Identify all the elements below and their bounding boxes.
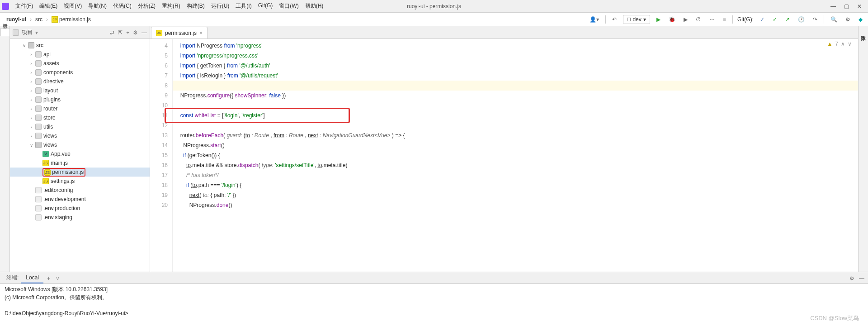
code-line[interactable]: if (getToken()) { xyxy=(173,150,858,160)
expand-icon[interactable]: › xyxy=(29,61,33,66)
database-tool-button[interactable]: 数据库 xyxy=(859,28,868,35)
tree-row[interactable]: JS permission.js xyxy=(10,168,150,177)
collapse-all-icon[interactable]: ÷ xyxy=(126,29,129,36)
menu-item[interactable]: 代码(C) xyxy=(110,1,134,11)
chevron-down-icon[interactable]: ▾ xyxy=(35,29,38,36)
tree-row[interactable]: JSsettings.js xyxy=(10,177,150,186)
expand-icon[interactable]: › xyxy=(29,125,33,129)
close-icon[interactable]: ✕ xyxy=(857,3,862,10)
menu-item[interactable]: 重构(R) xyxy=(159,1,183,11)
rollback-icon[interactable]: ↷ xyxy=(811,15,819,24)
project-tool-button[interactable]: 项目 xyxy=(0,28,9,36)
expand-icon[interactable]: › xyxy=(29,52,33,57)
tree-row[interactable]: VApp.vue xyxy=(10,149,150,158)
tree-row[interactable]: ›components xyxy=(10,68,150,77)
code-line[interactable]: next( to: { path: '/' }) xyxy=(173,190,858,200)
editor-inspections[interactable]: ▲ 7 ∧ ∨ xyxy=(827,41,852,47)
code-line[interactable]: /* has token*/ xyxy=(173,170,858,180)
code-line[interactable]: router.beforeEach( guard: (to : Route , … xyxy=(173,130,858,140)
project-tree[interactable]: ∨src›api›assets›components›directive›lay… xyxy=(10,39,150,272)
maximize-icon[interactable]: ▢ xyxy=(844,3,849,10)
ai-assistant-icon[interactable]: ◆ xyxy=(857,15,864,24)
tree-row[interactable]: .env.production xyxy=(10,204,150,213)
debug-button[interactable]: 🐞 xyxy=(667,15,677,24)
coverage-button[interactable]: ▶̤ xyxy=(682,15,689,24)
tree-row[interactable]: ›plugins xyxy=(10,95,150,104)
menu-item[interactable]: Git(G) xyxy=(255,1,276,11)
code-line[interactable]: import NProgress from 'nprogress' xyxy=(173,41,858,51)
code-line[interactable]: if (to.path === '/login') { xyxy=(173,180,858,190)
code-content[interactable]: import NProgress from 'nprogress' import… xyxy=(173,39,858,272)
expand-icon[interactable]: › xyxy=(29,134,33,139)
new-terminal-button[interactable]: + xyxy=(43,273,54,283)
stop-button[interactable]: ■ xyxy=(721,15,728,24)
menu-item[interactable]: 视图(V) xyxy=(61,1,85,11)
tree-row[interactable]: ›utils xyxy=(10,122,150,131)
code-line[interactable]: NProgress.done() xyxy=(173,200,858,210)
code-line[interactable]: import 'nprogress/nprogress.css' xyxy=(173,51,858,61)
terminal-dropdown-icon[interactable]: ∨ xyxy=(54,273,61,283)
breadcrumb-file[interactable]: JS permission.js xyxy=(49,15,94,24)
hide-panel-icon[interactable]: — xyxy=(142,29,147,36)
tree-row[interactable]: ›layout xyxy=(10,86,150,95)
history-icon[interactable]: 🕑 xyxy=(796,15,807,24)
expand-icon[interactable]: › xyxy=(29,106,33,111)
code-line[interactable]: NProgress.configure({ showSpinner: false… xyxy=(173,91,858,101)
menu-item[interactable]: 文件(F) xyxy=(13,1,36,11)
expand-icon[interactable]: › xyxy=(29,115,33,120)
tree-row[interactable]: ›store xyxy=(10,113,150,122)
menu-item[interactable]: 构建(B) xyxy=(184,1,208,11)
attach-button[interactable]: ⋯ xyxy=(708,15,717,24)
menu-item[interactable]: 窗口(W) xyxy=(276,1,301,11)
terminal-tab-local[interactable]: Local xyxy=(21,273,43,283)
menu-item[interactable]: 编辑(E) xyxy=(37,1,60,11)
back-icon[interactable]: ↶ xyxy=(610,15,618,24)
menu-item[interactable]: 运行(U) xyxy=(208,1,232,11)
run-button[interactable]: ▶ xyxy=(655,15,662,24)
expand-icon[interactable]: ∨ xyxy=(22,43,26,48)
menu-item[interactable]: 导航(N) xyxy=(85,1,109,11)
code-line[interactable]: import { getToken } from '@/utils/auth' xyxy=(173,61,858,71)
code-line[interactable]: to.meta.title && store.dispatch( type: '… xyxy=(173,160,858,170)
tree-row[interactable]: ∨src xyxy=(10,41,150,50)
select-opened-icon[interactable]: ⇄ xyxy=(110,29,114,36)
breadcrumb-project[interactable]: ruoyi-ui xyxy=(4,15,29,24)
tree-row[interactable]: JSmain.js xyxy=(10,158,150,168)
editor-tab-permission[interactable]: JS permission.js × xyxy=(151,27,208,38)
settings-icon[interactable]: ⚙ xyxy=(844,15,852,24)
terminal-output[interactable]: Microsoft Windows [版本 10.0.22631.3593](c… xyxy=(0,284,868,326)
code-line[interactable] xyxy=(173,81,858,91)
expand-icon[interactable]: › xyxy=(29,97,33,102)
search-icon[interactable]: 🔍 xyxy=(829,15,839,24)
expand-icon[interactable]: ∨ xyxy=(29,143,33,148)
tree-row[interactable]: .env.development xyxy=(10,195,150,204)
tree-row[interactable]: .env.staging xyxy=(10,213,150,222)
code-editor[interactable]: 4567891011121314151617181920 import NPro… xyxy=(150,39,858,272)
tree-row[interactable]: .editorconfig xyxy=(10,186,150,195)
code-line[interactable]: NProgress.start() xyxy=(173,140,858,150)
expand-icon[interactable]: › xyxy=(29,79,33,84)
tree-row[interactable]: ›views xyxy=(10,131,150,140)
panel-settings-icon[interactable]: ⚙ xyxy=(133,29,138,36)
tree-row[interactable]: ∨views xyxy=(10,140,150,149)
commit-icon[interactable]: ✓ xyxy=(771,15,779,24)
expand-icon[interactable]: › xyxy=(29,70,33,75)
tree-row[interactable]: ›router xyxy=(10,104,150,113)
user-icon[interactable]: 👤▾ xyxy=(588,15,601,24)
profile-button[interactable]: ⏱ xyxy=(694,15,703,24)
tree-row[interactable]: ›api xyxy=(10,50,150,59)
close-tab-icon[interactable]: × xyxy=(199,30,203,36)
breadcrumb-folder[interactable]: src xyxy=(33,15,45,24)
expand-icon[interactable]: › xyxy=(29,88,33,93)
update-project-icon[interactable]: ✓ xyxy=(758,15,766,24)
next-highlight-icon[interactable]: ∨ xyxy=(848,41,852,47)
push-icon[interactable]: ↗ xyxy=(783,15,792,24)
tree-row[interactable]: ›assets xyxy=(10,59,150,68)
minimize-icon[interactable]: — xyxy=(830,3,836,10)
menu-item[interactable]: 工具(I) xyxy=(233,1,254,11)
run-config-selector[interactable]: dev ▾ xyxy=(623,15,650,24)
tree-row[interactable]: ›directive xyxy=(10,77,150,86)
code-line[interactable]: import { isRelogin } from '@/utils/reque… xyxy=(173,71,858,81)
menu-item[interactable]: 帮助(H) xyxy=(302,1,326,11)
terminal-settings-icon[interactable]: ⚙ xyxy=(849,275,854,282)
